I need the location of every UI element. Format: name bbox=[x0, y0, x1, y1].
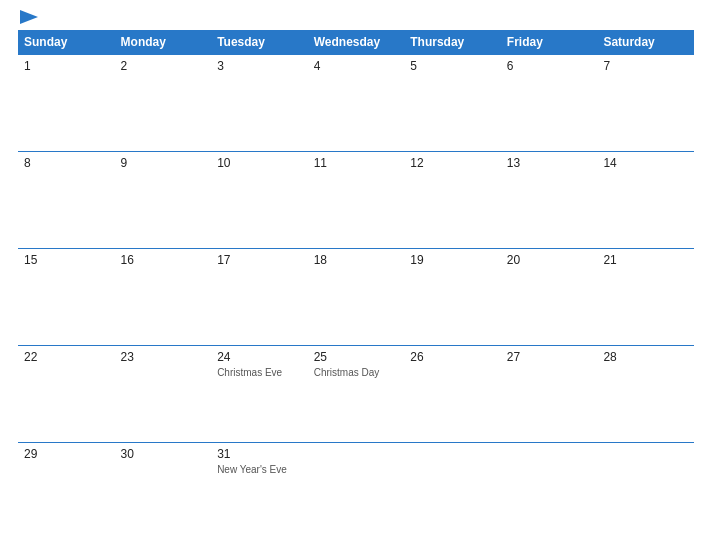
svg-marker-0 bbox=[20, 10, 38, 24]
col-header-thursday: Thursday bbox=[404, 30, 501, 55]
calendar-cell: 4 bbox=[308, 55, 405, 152]
day-number: 9 bbox=[121, 156, 206, 170]
day-number: 18 bbox=[314, 253, 399, 267]
day-number: 7 bbox=[603, 59, 688, 73]
calendar-cell: 24Christmas Eve bbox=[211, 346, 308, 443]
day-number: 11 bbox=[314, 156, 399, 170]
calendar-cell: 14 bbox=[597, 152, 694, 249]
day-number: 15 bbox=[24, 253, 109, 267]
calendar-cell: 23 bbox=[115, 346, 212, 443]
day-number: 24 bbox=[217, 350, 302, 364]
calendar-cell: 15 bbox=[18, 249, 115, 346]
day-number: 6 bbox=[507, 59, 592, 73]
day-number: 28 bbox=[603, 350, 688, 364]
col-header-tuesday: Tuesday bbox=[211, 30, 308, 55]
day-number: 8 bbox=[24, 156, 109, 170]
col-header-monday: Monday bbox=[115, 30, 212, 55]
calendar-cell: 8 bbox=[18, 152, 115, 249]
calendar-cell: 11 bbox=[308, 152, 405, 249]
calendar-table: SundayMondayTuesdayWednesdayThursdayFrid… bbox=[18, 30, 694, 540]
day-number: 12 bbox=[410, 156, 495, 170]
day-number: 22 bbox=[24, 350, 109, 364]
day-number: 27 bbox=[507, 350, 592, 364]
col-header-sunday: Sunday bbox=[18, 30, 115, 55]
calendar-week-row: 891011121314 bbox=[18, 152, 694, 249]
day-number: 10 bbox=[217, 156, 302, 170]
calendar-cell: 1 bbox=[18, 55, 115, 152]
calendar-cell: 2 bbox=[115, 55, 212, 152]
col-header-friday: Friday bbox=[501, 30, 598, 55]
col-header-wednesday: Wednesday bbox=[308, 30, 405, 55]
calendar-header-row: SundayMondayTuesdayWednesdayThursdayFrid… bbox=[18, 30, 694, 55]
day-number: 17 bbox=[217, 253, 302, 267]
calendar-cell: 27 bbox=[501, 346, 598, 443]
calendar-cell bbox=[308, 443, 405, 540]
calendar-cell: 20 bbox=[501, 249, 598, 346]
calendar-week-row: 293031New Year's Eve bbox=[18, 443, 694, 540]
calendar-cell: 25Christmas Day bbox=[308, 346, 405, 443]
day-number: 4 bbox=[314, 59, 399, 73]
calendar-cell: 17 bbox=[211, 249, 308, 346]
calendar-cell bbox=[404, 443, 501, 540]
day-number: 2 bbox=[121, 59, 206, 73]
header bbox=[18, 10, 694, 24]
calendar-week-row: 222324Christmas Eve25Christmas Day262728 bbox=[18, 346, 694, 443]
calendar-cell: 12 bbox=[404, 152, 501, 249]
day-number: 30 bbox=[121, 447, 206, 461]
holiday-label: New Year's Eve bbox=[217, 463, 302, 476]
day-number: 19 bbox=[410, 253, 495, 267]
calendar-cell: 7 bbox=[597, 55, 694, 152]
calendar-cell: 3 bbox=[211, 55, 308, 152]
day-number: 14 bbox=[603, 156, 688, 170]
day-number: 13 bbox=[507, 156, 592, 170]
calendar-cell: 6 bbox=[501, 55, 598, 152]
calendar-cell: 9 bbox=[115, 152, 212, 249]
calendar-cell: 19 bbox=[404, 249, 501, 346]
col-header-saturday: Saturday bbox=[597, 30, 694, 55]
day-number: 25 bbox=[314, 350, 399, 364]
holiday-label: Christmas Day bbox=[314, 366, 399, 379]
calendar-cell: 16 bbox=[115, 249, 212, 346]
logo bbox=[18, 10, 38, 24]
calendar-cell: 22 bbox=[18, 346, 115, 443]
day-number: 31 bbox=[217, 447, 302, 461]
calendar-cell: 29 bbox=[18, 443, 115, 540]
day-number: 16 bbox=[121, 253, 206, 267]
calendar-cell bbox=[597, 443, 694, 540]
calendar-cell bbox=[501, 443, 598, 540]
calendar-cell: 28 bbox=[597, 346, 694, 443]
calendar-cell: 10 bbox=[211, 152, 308, 249]
day-number: 5 bbox=[410, 59, 495, 73]
day-number: 3 bbox=[217, 59, 302, 73]
holiday-label: Christmas Eve bbox=[217, 366, 302, 379]
calendar-cell: 5 bbox=[404, 55, 501, 152]
calendar-week-row: 15161718192021 bbox=[18, 249, 694, 346]
day-number: 29 bbox=[24, 447, 109, 461]
calendar-cell: 31New Year's Eve bbox=[211, 443, 308, 540]
day-number: 20 bbox=[507, 253, 592, 267]
calendar-cell: 26 bbox=[404, 346, 501, 443]
calendar-cell: 13 bbox=[501, 152, 598, 249]
day-number: 26 bbox=[410, 350, 495, 364]
logo-flag-icon bbox=[20, 10, 38, 24]
calendar-cell: 30 bbox=[115, 443, 212, 540]
calendar-page: SundayMondayTuesdayWednesdayThursdayFrid… bbox=[0, 0, 712, 550]
calendar-cell: 18 bbox=[308, 249, 405, 346]
day-number: 23 bbox=[121, 350, 206, 364]
calendar-cell: 21 bbox=[597, 249, 694, 346]
day-number: 1 bbox=[24, 59, 109, 73]
calendar-week-row: 1234567 bbox=[18, 55, 694, 152]
day-number: 21 bbox=[603, 253, 688, 267]
